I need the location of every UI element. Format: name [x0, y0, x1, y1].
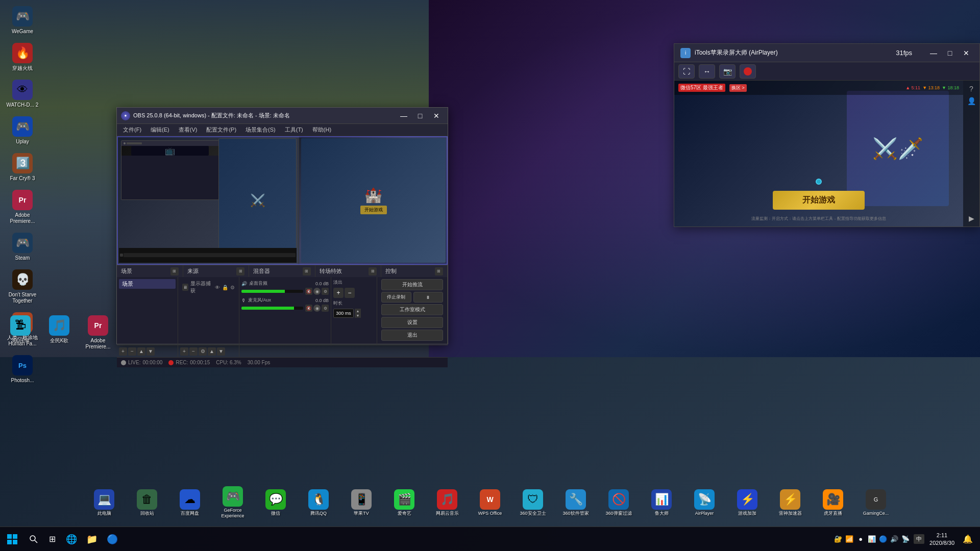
- app-gamebooster[interactable]: ⚡ 游戏加加: [727, 487, 768, 518]
- app-geforce[interactable]: 🎮 GeForce Experience: [212, 484, 253, 521]
- stop-record-btn[interactable]: 停止录制: [381, 292, 411, 303]
- scene-up-btn[interactable]: ▲: [137, 347, 145, 356]
- desktop-icon-crossfire[interactable]: 🔥 穿越火线: [4, 41, 41, 73]
- tray-wifi-icon[interactable]: 📡: [900, 534, 911, 544]
- obs-menu-view[interactable]: 查看(V): [175, 125, 202, 135]
- desktop-icon-watchdogs[interactable]: 👁 WATCH-D... 2: [4, 78, 41, 110]
- duration-up-btn[interactable]: ▲: [355, 309, 361, 313]
- mixer-ch1-mute[interactable]: 🔇: [305, 288, 312, 295]
- start-stream-btn[interactable]: 开始推流: [381, 279, 443, 290]
- obs-menu-profile[interactable]: 配置文件(P): [202, 125, 240, 135]
- source-lock-icon[interactable]: 🔒: [222, 285, 228, 290]
- clock[interactable]: 2:11 2020/8/30: [927, 531, 957, 547]
- tray-volume-icon[interactable]: 🔊: [889, 534, 899, 544]
- mixer-ch2-config[interactable]: ⚙: [322, 305, 329, 312]
- obs-minimize-btn[interactable]: —: [397, 109, 411, 123]
- scene-item-default[interactable]: 场景: [119, 279, 176, 289]
- app-recycle[interactable]: 🗑 回收站: [127, 487, 167, 518]
- duration-input[interactable]: [333, 309, 354, 318]
- desktop-icon-wegame[interactable]: 🎮 WeGame: [4, 4, 41, 37]
- pause-btn[interactable]: ⏸: [413, 292, 444, 303]
- app-thunder-accelerator[interactable]: ⚡ 雷神加速器: [770, 487, 811, 518]
- taskview-btn[interactable]: ⊞: [43, 529, 61, 549]
- mixer-ch2-mute[interactable]: 🔇: [305, 305, 312, 312]
- scene-down-btn[interactable]: ▼: [146, 347, 155, 356]
- source-add-btn[interactable]: +: [180, 347, 188, 356]
- app-wps[interactable]: W WPS Office: [470, 487, 510, 518]
- obs-restore-btn[interactable]: □: [413, 109, 427, 123]
- obs-menu-help[interactable]: 帮助(H): [308, 125, 335, 135]
- start-button[interactable]: [0, 527, 24, 552]
- mixer-ch1-config[interactable]: ⚙: [322, 288, 329, 295]
- desktop-icon-dontstarve[interactable]: 💀 Don't Starve Together: [4, 267, 41, 306]
- app-qq[interactable]: 🐧 腾讯QQ: [298, 487, 339, 518]
- transition-plus-btn[interactable]: −: [345, 288, 355, 298]
- exit-btn[interactable]: 退出: [381, 330, 443, 341]
- desktop-icon-adobe-pr[interactable]: Pr Adobe Premiere...: [80, 313, 116, 352]
- game-start-btn[interactable]: 开始游戏: [773, 191, 865, 210]
- desktop-icon-360zip[interactable]: 🗜 360压缩: [2, 313, 39, 352]
- ime-indicator[interactable]: 中: [914, 534, 924, 544]
- app-appletv[interactable]: 📱 苹果TV: [341, 487, 382, 518]
- studio-mode-btn[interactable]: 工作室模式: [381, 304, 443, 315]
- mixer-ch2-volume[interactable]: ◉: [313, 305, 321, 312]
- obs-menu-scene-collection[interactable]: 场景集合(S): [241, 125, 280, 135]
- app-lumaster[interactable]: 📊 鲁大师: [641, 487, 682, 518]
- itools-fullscreen-btn[interactable]: ⛶: [678, 64, 695, 79]
- file-explorer-btn[interactable]: 📁: [82, 529, 102, 549]
- tray-monitor-icon[interactable]: 📊: [867, 534, 877, 544]
- sidebar-arrow[interactable]: ▶: [969, 214, 974, 222]
- source-down-btn[interactable]: ▼: [217, 347, 225, 356]
- edge-browser-btn[interactable]: 🌐: [61, 529, 82, 549]
- app-baidu[interactable]: ☁ 百度网盘: [169, 487, 210, 518]
- itools-restore-btn[interactable]: □: [943, 46, 957, 60]
- obs-close-btn[interactable]: ✕: [429, 109, 444, 123]
- app-360-software[interactable]: 🔧 360软件管家: [555, 487, 596, 518]
- source-config-btn[interactable]: ⚙: [199, 347, 207, 356]
- itools-minimize-btn[interactable]: —: [926, 46, 941, 60]
- notification-center-icon[interactable]: 🔔: [960, 531, 976, 547]
- source-item-display[interactable]: 🖥 显示器捕获 👁 🔒 ⚙: [180, 279, 237, 295]
- tray-security-icon[interactable]: 🔐: [833, 534, 843, 544]
- scene-add-btn[interactable]: +: [119, 347, 127, 356]
- sidebar-question[interactable]: ?: [969, 85, 973, 93]
- desktop-icon-adobe[interactable]: Pr Adobe Premiere...: [4, 188, 41, 227]
- itools-close-btn[interactable]: ✕: [959, 46, 973, 60]
- tray-network-icon[interactable]: 📶: [844, 534, 854, 544]
- duration-down-btn[interactable]: ▼: [355, 313, 361, 318]
- app-netease-music[interactable]: 🎵 网易云音乐: [427, 487, 468, 518]
- obs-menu-file[interactable]: 文件(F): [119, 125, 145, 135]
- desktop-icon-quanmink[interactable]: 🎵 全民K歌: [41, 313, 78, 352]
- scene-remove-btn[interactable]: −: [128, 347, 136, 356]
- desktop-icon-farcry[interactable]: 3️⃣ Far Cry® 3: [4, 151, 41, 184]
- settings-btn[interactable]: 设置: [381, 317, 443, 328]
- app-360-popup[interactable]: 🚫 360弹窗过滤: [598, 487, 639, 518]
- desktop-icon-photoshop[interactable]: Ps Photosh...: [4, 353, 41, 386]
- itools-screenshot-btn[interactable]: 📷: [719, 64, 736, 79]
- source-up-btn[interactable]: ▲: [208, 347, 216, 356]
- desktop-icon-uplay[interactable]: 🎮 Uplay: [4, 114, 41, 147]
- tray-obs-icon[interactable]: ●: [855, 534, 866, 544]
- source-remove-btn[interactable]: −: [189, 347, 198, 356]
- itools-record-btn[interactable]: [740, 64, 756, 79]
- app-iqiyi[interactable]: 🎬 爱奇艺: [384, 487, 425, 518]
- app-gamingce[interactable]: G GamingCe...: [855, 487, 896, 518]
- desktop-icon-steam[interactable]: 🎮 Steam: [4, 231, 41, 263]
- change-region-btn[interactable]: 换区 >: [729, 84, 747, 92]
- app-huya[interactable]: 🎥 虎牙直播: [813, 487, 853, 518]
- mixer-ch1-volume[interactable]: ◉: [313, 288, 321, 295]
- tray-bluetooth-icon[interactable]: 🔵: [878, 534, 888, 544]
- source-settings-icon[interactable]: ⚙: [230, 285, 235, 290]
- obs-menu-edit[interactable]: 编辑(E): [146, 125, 174, 135]
- security-btn[interactable]: 🔵: [102, 529, 122, 549]
- source-visibility-icon[interactable]: 👁: [215, 285, 220, 290]
- app-this-pc[interactable]: 💻 此电脑: [84, 487, 125, 518]
- sidebar-person[interactable]: 👤: [967, 97, 976, 105]
- app-airplayer[interactable]: 📡 AirPlayer: [684, 487, 725, 518]
- taskbar-search-btn[interactable]: [24, 529, 43, 549]
- app-360-guard[interactable]: 🛡 360安全卫士: [512, 487, 553, 518]
- transition-minus-btn[interactable]: +: [333, 288, 344, 298]
- app-wechat[interactable]: 💬 微信: [255, 487, 296, 518]
- obs-menu-tools[interactable]: 工具(T): [281, 125, 307, 135]
- itools-expand-btn[interactable]: ↔: [699, 64, 715, 79]
